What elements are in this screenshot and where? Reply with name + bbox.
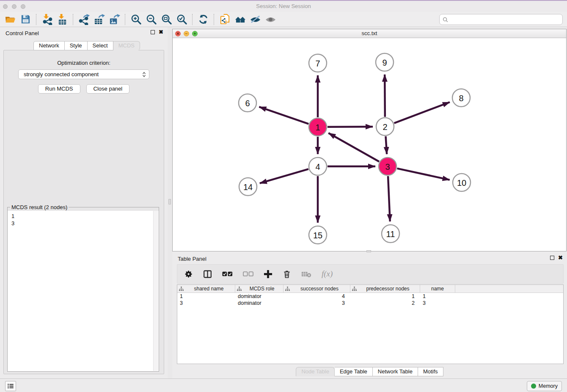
control-panel: Control Panel ✖ Network Style Select MCD… (0, 27, 168, 378)
graph-edge-3-11[interactable] (388, 176, 390, 221)
tab-style[interactable]: Style (65, 41, 88, 50)
copy-network-icon (219, 14, 231, 25)
graph-edge-2-3[interactable] (385, 136, 387, 154)
result-scrollbar[interactable] (153, 211, 158, 371)
close-panel-button[interactable]: Close panel (86, 84, 130, 94)
network-window-titlebar[interactable]: ✕ − + scc.txt (173, 29, 566, 38)
delete-table-button[interactable] (301, 270, 311, 279)
deselect-all-columns-button[interactable] (243, 270, 253, 279)
save-session-button[interactable] (18, 13, 33, 26)
table-row[interactable]: 1 dominator 4 1 1 (177, 293, 563, 300)
table-row[interactable]: 3 dominator 3 2 3 (177, 300, 563, 306)
copy-network-button[interactable] (217, 13, 232, 26)
hierarchy-icon (285, 287, 290, 291)
cell-successor-nodes: 3 (284, 300, 350, 306)
function-builder-button[interactable]: f(x) (322, 269, 333, 279)
column-header-predecessor-nodes[interactable]: predecessor nodes (350, 285, 420, 293)
control-panel-tabs: Network Style Select MCDS (33, 41, 140, 50)
table-panel: Table Panel ✖ (172, 253, 567, 378)
export-network-icon (78, 14, 90, 25)
close-table-panel-icon[interactable]: ✖ (558, 256, 563, 260)
graph-edge-1-2[interactable] (328, 127, 373, 127)
select-all-columns-button[interactable] (222, 270, 233, 279)
panel-splitter[interactable] (168, 27, 172, 378)
hierarchy-icon (352, 287, 357, 291)
graph-edge-2-8[interactable] (394, 102, 450, 123)
column-header-shared-name[interactable]: shared name (177, 285, 235, 293)
run-mcds-button[interactable]: Run MCDS (38, 84, 80, 94)
graph-node-label: 6 (245, 99, 250, 108)
zoom-fit-button[interactable] (159, 13, 174, 26)
cell-mcds-role: dominator (235, 300, 284, 306)
memory-button[interactable]: Memory (527, 381, 562, 391)
graph-edge-3-1[interactable] (328, 133, 379, 161)
network-resize-grip[interactable] (366, 250, 371, 252)
network-graph-canvas[interactable]: 1234678910111415 (173, 39, 566, 251)
split-view-button[interactable] (203, 270, 212, 279)
memory-status-dot (531, 384, 536, 389)
graph-node-label: 15 (313, 231, 322, 240)
splitter-grip[interactable] (168, 199, 171, 204)
zoom-out-button[interactable] (143, 13, 159, 26)
add-column-button[interactable] (264, 270, 272, 279)
refresh-icon (198, 14, 209, 25)
column-header-mcds-role[interactable]: MCDS role (235, 285, 284, 293)
export-table-button[interactable] (91, 13, 107, 26)
optimization-criterion-select[interactable]: strongly connected component (18, 69, 149, 79)
gear-icon (184, 270, 193, 279)
export-image-button[interactable] (107, 13, 122, 26)
import-network-button[interactable] (39, 13, 55, 26)
network-view-window: ✕ − + scc.txt 1234678910111415 (172, 29, 567, 251)
open-session-button[interactable] (3, 13, 18, 26)
table-tabs: Node Table Edge Table Network Table Moti… (172, 367, 567, 376)
import-table-button[interactable] (55, 13, 70, 26)
graph-edge-1-6[interactable] (259, 107, 308, 124)
zoom-fit-icon (161, 14, 172, 25)
column-header-name[interactable]: name (420, 285, 455, 293)
toolbar-separator (214, 14, 214, 25)
float-panel-icon[interactable] (151, 30, 155, 34)
hide-selected-button[interactable] (248, 13, 263, 26)
search-input[interactable] (450, 16, 559, 23)
tab-edge-table[interactable]: Edge Table (335, 367, 373, 376)
graph-edge-2-9[interactable] (385, 75, 385, 117)
application-window: Session: New Session (0, 0, 567, 392)
zoom-in-button[interactable] (128, 13, 143, 26)
list-icon (7, 382, 14, 390)
task-history-button[interactable] (5, 381, 16, 391)
graph-node-label: 14 (243, 182, 253, 192)
graph-edge-4-14[interactable] (260, 169, 308, 183)
zoom-in-icon (130, 14, 142, 25)
column-header-successor-nodes[interactable]: successor nodes (284, 285, 350, 293)
cell-predecessor-nodes: 2 (350, 300, 420, 306)
tab-motifs[interactable]: Motifs (418, 367, 443, 376)
tab-network-table[interactable]: Network Table (373, 367, 418, 376)
mcds-result-box: 1 3 MCDS result (2 nodes) (7, 207, 159, 372)
checked-boxes-icon (222, 270, 233, 279)
table-settings-button[interactable] (184, 270, 193, 279)
export-network-button[interactable] (76, 13, 91, 26)
zoom-selected-button[interactable] (174, 13, 189, 26)
mcds-result-line: 3 (11, 220, 153, 227)
search-field[interactable] (439, 14, 563, 25)
refresh-button[interactable] (195, 13, 211, 26)
tab-mcds[interactable]: MCDS (113, 41, 140, 50)
node-table: shared name MCDS role successor nodes pr… (177, 284, 564, 364)
tab-select[interactable]: Select (88, 41, 113, 50)
float-table-panel-icon[interactable] (550, 256, 554, 260)
delete-column-button[interactable] (283, 270, 291, 279)
graph-edge-3-10[interactable] (397, 168, 449, 180)
trash-icon (283, 270, 291, 279)
graph-node-label: 7 (315, 59, 320, 68)
status-bar: Memory (0, 378, 567, 392)
optimization-criterion-label: Optimization criterion: (4, 60, 164, 66)
show-all-button[interactable] (263, 13, 278, 26)
memory-label: Memory (539, 383, 558, 389)
home-button[interactable] (232, 13, 248, 26)
mcds-result-list[interactable]: 1 3 (8, 211, 153, 371)
tab-network[interactable]: Network (33, 41, 65, 50)
close-panel-icon[interactable]: ✖ (159, 30, 163, 34)
import-table-icon (57, 14, 68, 25)
cell-name: 3 (420, 300, 455, 306)
tab-node-table[interactable]: Node Table (296, 367, 335, 376)
